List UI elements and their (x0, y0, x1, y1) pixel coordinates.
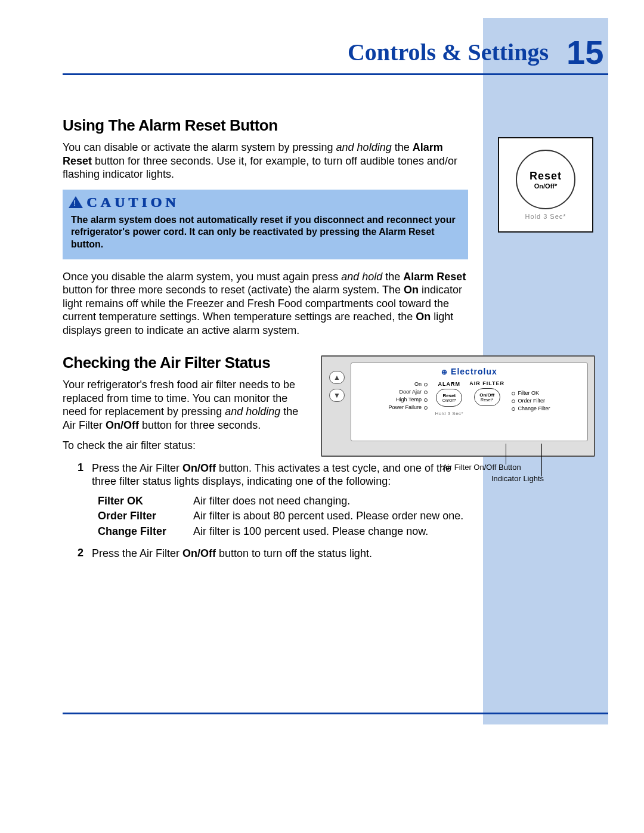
main-content: Using The Alarm Reset Button You can dis… (63, 116, 468, 566)
control-panel-figure: ▲ ▼ ⊕ Electrolux On Door Ajar High Temp … (321, 355, 595, 487)
step-2: 2 Press the Air Filter On/Off button to … (63, 547, 468, 561)
callout-line (506, 444, 506, 465)
filter-btn-sub: Reset* (481, 398, 493, 402)
filter-status-table: Filter OK Air filter does not need chang… (98, 494, 468, 538)
text-bold: On (416, 311, 431, 323)
alarm-btn-col: ALARM Reset On/Off* Hold 3 Sec* (435, 381, 463, 416)
text: button to turn off the status light. (216, 547, 372, 559)
text: Press the Air Filter (92, 547, 182, 559)
indicator-dot-icon (512, 392, 515, 395)
text: button for three seconds. Use it, for ex… (63, 155, 457, 181)
panel-filter-button-icon: On/Off Reset* (474, 388, 500, 406)
indicator-dot-icon (424, 406, 428, 410)
text: Once you disable the alarm system, you m… (63, 271, 341, 283)
indicator-dot-icon (512, 407, 515, 411)
reset-hold-text: Hold 3 Sec* (525, 213, 566, 220)
filter-ok-desc: Air filter does not need changing. (193, 494, 468, 508)
warning-triangle-icon (69, 196, 83, 208)
label-high-temp: High Temp (396, 397, 422, 402)
page-header: Controls & Settings 15 (63, 33, 608, 72)
alarm-para-1: You can disable or activate the alarm sy… (63, 141, 468, 181)
label-filter-ok: Filter OK (518, 390, 540, 396)
callout-filter-button: Air Filter On/Off Button (422, 463, 541, 472)
panel-inner: ⊕ Electrolux On Door Ajar High Temp Powe… (351, 363, 588, 441)
text-bold: On/Off (106, 419, 139, 431)
panel-brand: ⊕ Electrolux (441, 367, 497, 376)
text-emph: and hold (341, 271, 382, 283)
callout-line (541, 444, 542, 476)
text: button for three more seconds to reset (… (63, 284, 404, 296)
label-change-filter: Change Filter (518, 405, 550, 411)
page-number: 15 (566, 33, 608, 72)
page-title: Controls & Settings (348, 38, 549, 66)
reset-label-main: Reset (530, 170, 562, 182)
order-filter-desc: Air filter is about 80 percent used. Ple… (193, 509, 468, 523)
label-door-ajar: Door Ajar (399, 389, 422, 395)
caution-header: CAUTION (63, 190, 468, 214)
panel-grid: On Door Ajar High Temp Power Failure ALA… (388, 381, 550, 416)
text: You can disable or activate the alarm sy… (63, 141, 336, 153)
indicator-dot-icon (424, 398, 428, 402)
header-rule (63, 73, 608, 75)
label-power-failure: Power Failure (388, 404, 422, 410)
brand-text: Electrolux (451, 367, 497, 376)
panel-hold-text: Hold 3 Sec* (435, 411, 463, 416)
order-filter-label: Order Filter (98, 509, 193, 523)
filter-para-1: Your refrigerator's fresh food air filte… (63, 378, 313, 432)
text: Press the Air Filter (92, 462, 182, 474)
text: button for three seconds. (139, 419, 261, 431)
text-bold: On (404, 284, 419, 296)
change-filter-desc: Air filter is 100 percent used. Please c… (193, 525, 468, 538)
label-on: On (414, 381, 422, 387)
text-bold: On/Off (182, 547, 216, 559)
reset-button-figure: Reset On/Off* Hold 3 Sec* (498, 137, 593, 233)
label-order-filter: Order Filter (518, 398, 546, 404)
temp-down-icon: ▼ (329, 389, 345, 402)
alarm-header: ALARM (438, 381, 461, 387)
step-body: Press the Air Filter On/Off button to tu… (92, 547, 468, 561)
text: the (392, 141, 413, 153)
filter-status-col: Filter OK Order Filter Change Filter (510, 381, 550, 411)
indicator-dot-icon (512, 400, 515, 403)
callout-indicator-lights: Indicator Lights (458, 474, 577, 483)
text-bold: On/Off (182, 462, 216, 474)
temp-up-icon: ▲ (329, 371, 345, 384)
manual-page: Controls & Settings 15 Reset On/Off* Hol… (0, 0, 644, 833)
section-alarm-heading: Using The Alarm Reset Button (63, 116, 468, 135)
reset-button-icon: Reset On/Off* (516, 150, 575, 209)
filter-header: AIR FILTER (469, 381, 504, 386)
reset-label-sub: On/Off* (534, 182, 558, 190)
text-bold: Alarm Reset (403, 271, 466, 283)
indicator-dot-icon (424, 383, 428, 386)
text-emph: and holding (336, 141, 392, 153)
reset-sub: On/Off* (442, 398, 456, 402)
footer-rule (63, 713, 608, 714)
reset-main: Reset (442, 393, 456, 398)
caution-body-text: The alarm system does not automatically … (63, 214, 468, 251)
indicator-dot-icon (424, 391, 428, 394)
step-number: 2 (63, 547, 83, 561)
text-emph: and holding (225, 405, 280, 417)
filter-btn-main: On/Off (479, 392, 494, 398)
change-filter-label: Change Filter (98, 525, 193, 538)
filter-ok-label: Filter OK (98, 494, 193, 508)
panel-outer: ▲ ▼ ⊕ Electrolux On Door Ajar High Temp … (321, 355, 595, 457)
caution-label: CAUTION (86, 194, 179, 210)
brand-symbol-icon: ⊕ (441, 368, 448, 376)
caution-box: CAUTION The alarm system does not automa… (63, 190, 468, 259)
alarm-status-col: On Door Ajar High Temp Power Failure (388, 381, 429, 410)
alarm-para-2: Once you disable the alarm system, you m… (63, 270, 468, 337)
panel-reset-button-icon: Reset On/Off* (436, 389, 462, 407)
filter-btn-col: AIR FILTER On/Off Reset* (469, 381, 504, 406)
step-number: 1 (63, 462, 83, 488)
text: the (382, 271, 403, 283)
